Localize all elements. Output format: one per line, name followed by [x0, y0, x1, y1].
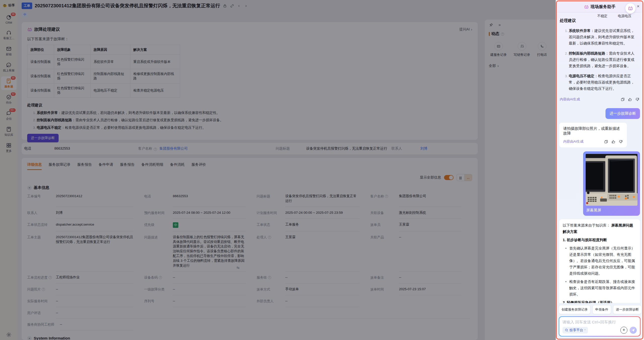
kb-bullet-list: 首先确认屏幕是完全黑屏（无任何显示）还是显示异常（如背光微弱、有光无图像）。若设…	[563, 245, 636, 298]
scope-selector[interactable]: 纷享平台 ^	[562, 327, 588, 333]
send-plane-icon	[631, 328, 635, 332]
ai-generated-note[interactable]: 内容由AI生成	[563, 139, 583, 144]
kb-bullet: 检查设备是否有近期跌落、撞击或液体接触史，这些因素可能导致屏幕或内部元件损坏。	[563, 279, 636, 298]
thumbs-down-icon[interactable]	[619, 140, 623, 144]
create-fault-record-button[interactable]: 创建服务故障记录	[559, 305, 590, 314]
kb-bullet: 首先确认屏幕是完全黑屏（无任何显示）还是显示异常（如背光微弱、有光无图像）。若设…	[563, 245, 636, 277]
fault-photo[interactable]	[586, 154, 637, 206]
assistant-advice-title: 处理建议	[560, 18, 639, 23]
send-button[interactable]	[630, 327, 637, 334]
robot-icon	[628, 6, 633, 11]
advice-item: 控制面板内部线路短路：需由专业技术人员进行检修，确认短路位置后进行修复或更换受损…	[569, 50, 638, 69]
search-sparkle-icon	[565, 328, 568, 332]
user-photo-message: 屏幕黑屏	[583, 151, 640, 216]
assistant-bottom-bar: 创建服务故障记录 申领备件 进一步故障诊断 ⋯ 纷享平台 ^	[557, 303, 642, 339]
close-icon[interactable]: ×	[637, 4, 639, 9]
copy-icon[interactable]	[604, 140, 608, 144]
chat-input[interactable]	[562, 320, 637, 324]
robot-icon	[584, 4, 589, 9]
ai-generated-note[interactable]: 内容由AI生成	[560, 97, 580, 102]
kb-section-heading: 2. 轻微损坏应急处理（若适用）	[563, 300, 636, 303]
advice-item: 电源电压不稳定：检查电源供应是否正常，必要时使用稳压器或更换电源线路，确保设备在…	[569, 73, 638, 92]
modal-dim-overlay	[0, 0, 556, 340]
assistant-advice-list: 系统软件异常：建议优先尝试重启系统，若问题仍未解决，则考虑升级软件版本至最新，以…	[569, 24, 638, 92]
copy-icon[interactable]	[621, 97, 625, 102]
knowledge-answer-card: 以下答案来源来自于知识库： 屏幕黑屏问题解决方案 1. 初步诊断与损坏程度判断 …	[559, 219, 640, 303]
assistant-avatar-button[interactable]	[625, 3, 635, 13]
assistant-message: 请拍摄故障部位照片，或重新描述故障 内容由AI生成	[559, 123, 627, 147]
user-message-diagnose[interactable]: 进一步故障诊断	[606, 108, 640, 119]
thumbs-up-icon[interactable]	[611, 140, 616, 144]
chat-input-container: 纷享平台 ^ +	[559, 316, 640, 336]
ai-assistant-panel: 现场服务助手 × 面板 续闪烁 不稳定 电源电压 处理建议 系统软件异常：建议优…	[556, 1, 643, 339]
thumbs-down-icon[interactable]	[635, 97, 639, 102]
thumbs-up-icon[interactable]	[628, 97, 632, 102]
request-parts-button[interactable]: 申领备件	[592, 305, 611, 314]
assistant-title: 现场服务助手	[591, 4, 616, 10]
chevron-up-icon: ^	[584, 329, 586, 332]
advice-item: 系统软件异常：建议优先尝试重启系统，若问题仍未解决，则考虑升级软件版本至最新，以…	[569, 28, 638, 47]
diagnose-further-chip[interactable]: 进一步故障诊断	[613, 305, 641, 314]
kb-section-heading: 1. 初步诊断与损坏程度判断	[563, 237, 636, 243]
photo-caption: 屏幕黑屏	[586, 208, 637, 213]
attach-button[interactable]: +	[620, 327, 627, 334]
assistant-chat-area[interactable]: 面板 续闪烁 不稳定 电源电压 处理建议 系统软件异常：建议优先尝试重启系统，若…	[557, 12, 642, 303]
